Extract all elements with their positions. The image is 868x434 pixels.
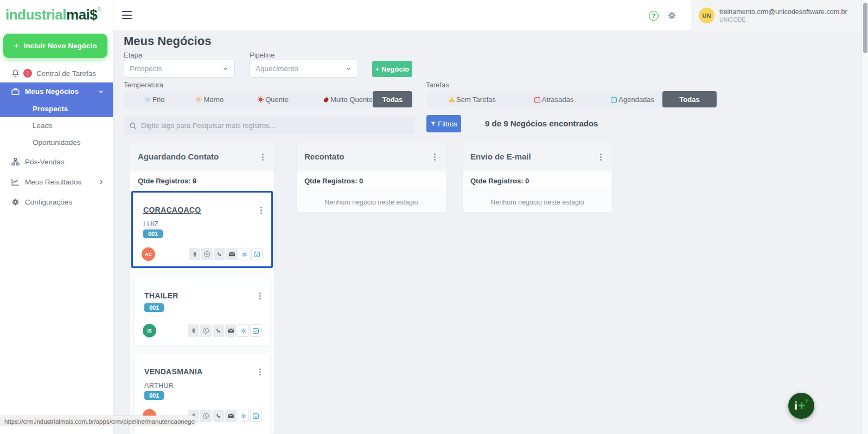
email-button[interactable] — [225, 324, 237, 337]
filter-sem-tarefas[interactable]: Sem Tarefas — [448, 95, 496, 104]
deal-card[interactable]: THAILER 001 IS — [134, 278, 270, 346]
attachment-button[interactable] — [189, 248, 200, 260]
paperclip-icon — [190, 328, 197, 334]
card-menu-icon[interactable] — [256, 291, 264, 300]
logo-part1: industrial — [5, 7, 66, 23]
schedule-button[interactable] — [250, 324, 261, 337]
sidebar-item-leads[interactable]: Leads — [0, 117, 113, 134]
etapa-label: Etapa — [124, 51, 142, 59]
tarefas-label: Tarefas — [426, 81, 449, 89]
snowflake-icon — [241, 251, 248, 258]
search-icon — [129, 122, 137, 130]
scrollbar-thumb[interactable] — [863, 3, 867, 53]
whatsapp-button[interactable] — [200, 324, 212, 337]
column-count: Qtde Registros: 0 — [297, 171, 446, 190]
chevron-down-icon — [345, 65, 352, 72]
column-menu-icon[interactable] — [431, 152, 438, 161]
attachment-button[interactable] — [188, 324, 199, 337]
filter-tarefas-todas-button[interactable]: Todas — [662, 91, 717, 107]
phone-button[interactable] — [213, 410, 224, 422]
sun-outline-icon — [195, 96, 202, 103]
schedule-button[interactable] — [251, 248, 263, 260]
user-menu[interactable]: UN treinamento.crm@unicodesoftware.com.b… — [691, 0, 861, 31]
sidebar-item-meus-resultados[interactable]: Meus Resultados — [0, 173, 113, 191]
column-menu-icon[interactable] — [259, 152, 266, 161]
briefcase-icon — [11, 87, 20, 96]
topbar-right: ? UN treinamento.crm@unicodesoftware.com… — [649, 0, 861, 31]
filter-morno[interactable]: Morno — [195, 95, 224, 104]
new-deal-button[interactable]: +Incluir Novo Negócio — [3, 34, 107, 58]
deal-company-link[interactable]: THAILER — [144, 291, 178, 300]
sidebar-item-pos-vendas[interactable]: Pós-Vendas — [0, 152, 113, 171]
schedule-button[interactable] — [250, 410, 261, 422]
link-preview-url: https://crm.industrialmais.com.br/apps/c… — [4, 418, 195, 425]
settings-gear-icon[interactable] — [667, 10, 677, 21]
envelope-icon — [227, 327, 234, 334]
deal-card[interactable]: CORACAOAÇO LUIZ 001 AC — [131, 191, 273, 268]
help-icon[interactable]: ? — [649, 11, 659, 21]
pipeline-label: Pipeline — [250, 51, 275, 59]
envelope-icon — [228, 251, 235, 258]
column-menu-icon[interactable] — [597, 152, 604, 161]
column-title: Aguardando Contato — [138, 152, 219, 161]
deal-company-link[interactable]: VENDASMANIA — [144, 367, 203, 376]
email-button[interactable] — [226, 248, 238, 260]
filter-muito-quente[interactable]: Muito Quente — [322, 95, 373, 104]
column-title: Recontato — [304, 152, 344, 161]
brand-fab-button[interactable]: i+® — [788, 393, 814, 419]
sidebar-item-central-tarefas[interactable]: 1 Central de Tarefas — [0, 64, 113, 82]
filter-atrasadas[interactable]: Atrasadas — [534, 95, 574, 104]
sidebar-item-label: Meus Negócios — [25, 87, 79, 95]
filtros-button[interactable]: Filtros — [426, 115, 461, 132]
sidebar-item-label: Meus Resultados — [25, 178, 81, 186]
calendar-check-icon — [252, 412, 259, 419]
plus-icon: + — [14, 41, 20, 51]
deal-contact-link[interactable]: ARTHUR — [144, 381, 174, 390]
whatsapp-button[interactable] — [200, 410, 212, 422]
sitemap-icon — [11, 157, 20, 167]
sidebar-item-label: Prospects — [33, 105, 68, 113]
sidebar-item-label: Central de Tarefas — [36, 69, 96, 78]
tarefas-filter: Sem Tarefas Atrasadas Agendadas Todas — [427, 91, 717, 107]
filter-quente[interactable]: Quente — [257, 95, 289, 104]
phone-button[interactable] — [213, 324, 224, 337]
chevron-down-icon — [222, 65, 229, 72]
card-menu-icon[interactable] — [257, 206, 265, 214]
filter-agendadas[interactable]: Agendadas — [610, 95, 654, 104]
etapa-select[interactable]: Prospects — [124, 60, 235, 78]
pipeline-select[interactable]: Aquecimento — [250, 60, 358, 78]
whatsapp-button[interactable] — [201, 248, 213, 260]
sidebar-item-label: Oportunidades — [33, 138, 81, 146]
temperatura-label: Temperatura — [124, 81, 163, 89]
temperature-button[interactable] — [238, 410, 249, 422]
calendar-red-icon — [534, 96, 541, 103]
sidebar-item-meus-negocios[interactable]: Meus Negócios — [0, 82, 113, 100]
fab-registered-mark: ® — [806, 399, 808, 403]
brand-logo: industrialmai$® — [5, 7, 101, 23]
sidebar-item-configuracoes[interactable]: Configurações — [0, 193, 113, 211]
filter-temp-todas-button[interactable]: Todas — [373, 91, 412, 107]
whatsapp-icon — [202, 327, 209, 334]
temperature-button[interactable] — [238, 324, 249, 337]
sidebar-item-oportunidades[interactable]: Oportunidades — [0, 134, 113, 151]
search-input[interactable] — [141, 122, 410, 130]
sidebar-item-prospects[interactable]: Prospects — [0, 100, 113, 117]
vertical-scrollbar[interactable] — [861, 0, 868, 434]
funnel-icon — [430, 121, 436, 127]
phone-button[interactable] — [214, 248, 225, 260]
filter-frio[interactable]: Frio — [144, 95, 164, 104]
deal-contact-link[interactable]: LUIZ — [143, 220, 158, 228]
avatar: AC — [142, 247, 155, 261]
temperature-button[interactable] — [239, 248, 250, 260]
phone-icon — [216, 251, 223, 258]
calendar-teal-icon — [610, 96, 617, 103]
email-button[interactable] — [225, 410, 237, 422]
deal-company-link[interactable]: CORACAOAÇO — [143, 206, 201, 214]
topbar: ? UN treinamento.crm@unicodesoftware.com… — [113, 0, 861, 31]
empty-stage-text: Nenhum negócio neste estágio — [463, 190, 612, 206]
card-menu-icon[interactable] — [256, 367, 264, 376]
add-negocio-button[interactable]: + Negócio — [372, 61, 412, 77]
sidebar-item-label: Leads — [33, 122, 53, 130]
menu-toggle-icon[interactable] — [122, 11, 132, 19]
column-title: Envio de E-mail — [470, 152, 531, 161]
